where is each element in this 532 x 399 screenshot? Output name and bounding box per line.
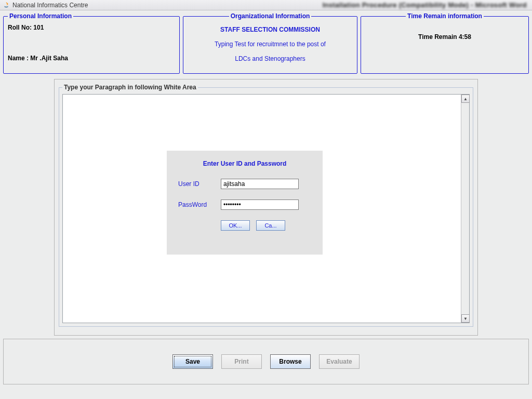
bottom-toolbar: Save Print Browse Evaluate: [3, 339, 529, 384]
print-button: Print: [221, 354, 262, 369]
browse-button[interactable]: Browse: [270, 354, 311, 369]
name-label: Name : Mr .Ajit Saha: [8, 55, 68, 62]
typing-frame: Type your Paragraph in following White A…: [54, 79, 478, 336]
userid-label: User ID: [178, 180, 221, 188]
scroll-down-icon[interactable]: ▼: [461, 314, 470, 323]
background-window-title: Installation Procedure (Compatibility Mo…: [323, 1, 527, 9]
ok-button[interactable]: OK...: [221, 220, 250, 231]
window-title: National Informatics Centre: [12, 2, 88, 9]
personal-info-panel: Personal Information Roll No: 101 Name :…: [3, 12, 180, 74]
login-title: Enter User ID and Password: [178, 160, 311, 167]
organizational-info-legend: Organizational Information: [229, 12, 312, 20]
scroll-up-icon[interactable]: ▲: [461, 95, 470, 103]
userid-input[interactable]: [221, 179, 299, 189]
org-line-3: LDCs and Stenographers: [188, 55, 353, 62]
typing-legend: Type your Paragraph in following White A…: [62, 84, 198, 91]
org-line-2: Typing Test for recruitmnet to the post …: [188, 41, 353, 48]
time-remain-legend: Time Remain information: [406, 12, 484, 20]
roll-no-label: Roll No: 101: [8, 24, 175, 31]
login-dialog: Enter User ID and Password User ID PassW…: [167, 151, 323, 255]
time-remain-text: Time Remain 4:58: [365, 33, 524, 41]
password-label: PassWord: [178, 201, 221, 208]
scrollbar[interactable]: ▲ ▼: [461, 95, 469, 323]
cancel-button[interactable]: Ca...: [256, 220, 285, 231]
org-line-1: STAFF SELECTION COMMISSION: [188, 26, 353, 33]
typing-textarea[interactable]: ▲ ▼ Enter User ID and Password User ID P…: [62, 94, 470, 323]
save-button[interactable]: Save: [172, 354, 213, 369]
evaluate-button: Evaluate: [319, 354, 360, 369]
organizational-info-panel: Organizational Information STAFF SELECTI…: [183, 12, 357, 74]
java-icon: [2, 1, 10, 9]
titlebar: National Informatics Centre Installation…: [0, 0, 532, 10]
password-input[interactable]: [221, 200, 299, 210]
time-remain-panel: Time Remain information Time Remain 4:58: [361, 12, 529, 74]
personal-info-legend: Personal Information: [8, 12, 73, 20]
typing-fieldset: Type your Paragraph in following White A…: [59, 84, 473, 327]
